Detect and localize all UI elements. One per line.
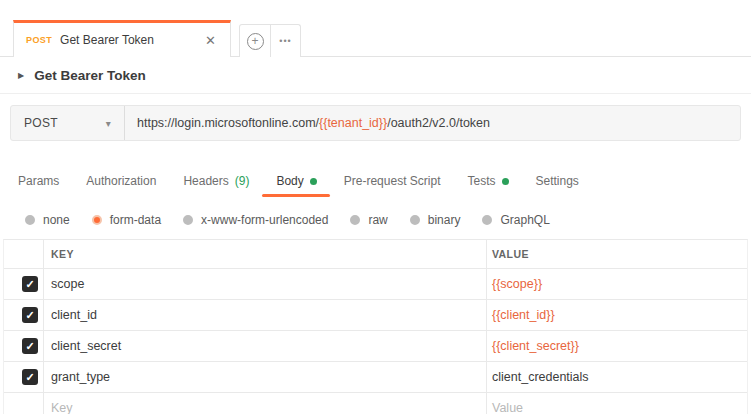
- table-row: ✓client_id{{client_id}}: [4, 300, 747, 331]
- row-value-field[interactable]: client_credentials: [487, 362, 747, 392]
- key-column-header: KEY: [44, 240, 487, 268]
- radio-label: x-www-form-urlencoded: [201, 213, 328, 227]
- tab-label: Tests: [467, 174, 495, 188]
- green-status-dot-icon: [502, 178, 509, 185]
- body-type-binary[interactable]: binary: [410, 213, 461, 227]
- row-checkbox-cell: ✓: [4, 362, 44, 392]
- table-row: ✓scope{{scope}}: [4, 269, 747, 300]
- row-value-field[interactable]: Value: [487, 393, 747, 414]
- new-tab-button[interactable]: +: [240, 25, 270, 57]
- row-checkbox[interactable]: ✓: [22, 307, 38, 323]
- tab-actions-group: + •••: [239, 24, 301, 57]
- request-name: Get Bearer Token: [34, 68, 146, 83]
- tab-count-badge: (9): [235, 174, 250, 188]
- table-row: ✓grant_typeclient_credentials: [4, 362, 747, 393]
- radio-label: none: [43, 213, 70, 227]
- radio-label: GraphQL: [500, 213, 549, 227]
- body-type-options: noneform-datax-www-form-urlencodedrawbin…: [0, 201, 751, 239]
- tab-headers[interactable]: Headers(9): [183, 161, 249, 201]
- header-checkbox-cell: [4, 240, 44, 268]
- form-data-table: KEY VALUE ✓scope{{scope}}✓client_id{{cli…: [3, 239, 748, 414]
- row-checkbox[interactable]: ✓: [22, 369, 38, 385]
- row-key-field[interactable]: grant_type: [44, 362, 487, 392]
- radio-label: binary: [428, 213, 461, 227]
- url-variable: {{tenant_id}}: [319, 116, 387, 130]
- row-checkbox-cell: ✓: [4, 269, 44, 299]
- body-type-graphql[interactable]: GraphQL: [482, 213, 549, 227]
- url-bar: POST ▾ https://login.microsoftonline.com…: [10, 105, 741, 141]
- radio-label: raw: [368, 213, 387, 227]
- tab-authorization[interactable]: Authorization: [86, 161, 156, 201]
- table-body: ✓scope{{scope}}✓client_id{{client_id}}✓c…: [4, 269, 747, 414]
- tab-label: Pre-request Script: [344, 174, 441, 188]
- radio-button-icon: [25, 215, 35, 225]
- row-checkbox-cell: ✓: [4, 331, 44, 361]
- table-row-empty: KeyValue: [4, 393, 747, 414]
- body-type-none[interactable]: none: [25, 213, 70, 227]
- row-key-field[interactable]: Key: [44, 393, 487, 414]
- body-type-x-www-form-urlencoded[interactable]: x-www-form-urlencoded: [183, 213, 328, 227]
- tab-label: Params: [18, 174, 59, 188]
- tab-params[interactable]: Params: [18, 161, 59, 201]
- table-header-row: KEY VALUE: [4, 240, 747, 269]
- row-checkbox-cell: ✓: [4, 300, 44, 330]
- value-column-header: VALUE: [487, 240, 747, 268]
- ellipsis-icon: •••: [279, 36, 291, 46]
- postman-request-window: POST Get Bearer Token ✕ + ••• ▶ Get Bear…: [0, 0, 751, 414]
- row-value-field[interactable]: {{client_secret}}: [487, 331, 747, 361]
- radio-button-icon: [482, 215, 492, 225]
- close-tab-icon[interactable]: ✕: [203, 33, 218, 48]
- green-status-dot-icon: [310, 178, 317, 185]
- tab-label: Headers: [183, 174, 228, 188]
- method-dropdown[interactable]: POST ▾: [11, 106, 125, 140]
- row-key-field[interactable]: client_secret: [44, 331, 487, 361]
- radio-label: form-data: [110, 213, 161, 227]
- radio-button-icon: [92, 215, 102, 225]
- url-section: POST ▾ https://login.microsoftonline.com…: [0, 105, 751, 161]
- row-checkbox[interactable]: ✓: [22, 338, 38, 354]
- key-placeholder: Key: [51, 401, 73, 414]
- row-value-field[interactable]: {{client_id}}: [487, 300, 747, 330]
- url-segment: /oauth2/v2.0/token: [387, 116, 490, 130]
- tab-label: Settings: [536, 174, 579, 188]
- tab-tests[interactable]: Tests: [467, 161, 508, 201]
- tab-label: Body: [276, 174, 303, 188]
- body-type-form-data[interactable]: form-data: [92, 213, 161, 227]
- request-tab-active[interactable]: POST Get Bearer Token ✕: [13, 20, 231, 57]
- body-type-raw[interactable]: raw: [350, 213, 387, 227]
- tab-body[interactable]: Body: [276, 161, 316, 201]
- row-key-field[interactable]: scope: [44, 269, 487, 299]
- table-row: ✓client_secret{{client_secret}}: [4, 331, 747, 362]
- plus-icon: +: [247, 33, 264, 50]
- request-name-header: ▶ Get Bearer Token: [0, 57, 751, 94]
- radio-button-icon: [183, 215, 193, 225]
- chevron-down-icon: ▾: [106, 118, 111, 129]
- radio-button-icon: [410, 215, 420, 225]
- tab-more-options-button[interactable]: •••: [270, 25, 300, 57]
- row-value-field[interactable]: {{scope}}: [487, 269, 747, 299]
- value-placeholder: Value: [492, 401, 523, 414]
- tab-pre-request-script[interactable]: Pre-request Script: [344, 161, 441, 201]
- radio-button-icon: [350, 215, 360, 225]
- collapse-arrow-icon[interactable]: ▶: [18, 71, 24, 80]
- url-segment: https://login.microsoftonline.com/: [137, 116, 319, 130]
- url-input[interactable]: https://login.microsoftonline.com/{{tena…: [125, 116, 490, 130]
- tab-bar: POST Get Bearer Token ✕ + •••: [0, 0, 751, 57]
- tab-settings[interactable]: Settings: [536, 161, 579, 201]
- method-value: POST: [24, 116, 58, 130]
- tab-title: Get Bearer Token: [60, 33, 195, 47]
- row-key-field[interactable]: client_id: [44, 300, 487, 330]
- request-tabs: ParamsAuthorizationHeaders(9)BodyPre-req…: [0, 161, 751, 201]
- tab-method-label: POST: [26, 35, 52, 45]
- row-checkbox[interactable]: ✓: [22, 276, 38, 292]
- row-checkbox-cell: [4, 393, 44, 414]
- tab-label: Authorization: [86, 174, 156, 188]
